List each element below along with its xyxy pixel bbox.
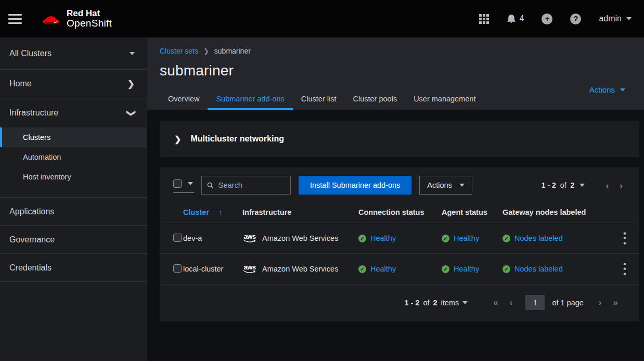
submariner-table-card: Install Submariner add-ons Actions 1 - 2… bbox=[160, 167, 639, 321]
connection-status-link[interactable]: Healthy bbox=[370, 234, 396, 242]
tab-cluster-pools[interactable]: Cluster pools bbox=[345, 89, 406, 110]
bulk-select-dropdown[interactable] bbox=[173, 177, 194, 193]
search-input[interactable] bbox=[218, 181, 285, 189]
current-page-input[interactable] bbox=[525, 295, 545, 310]
sort-ascending-icon: ↑ bbox=[218, 208, 222, 216]
user-name: admin bbox=[599, 14, 622, 23]
submariner-addons-table: Cluster↑ Infrastructure Connection statu… bbox=[160, 202, 639, 285]
agent-status-link[interactable]: Healthy bbox=[454, 234, 479, 242]
multicluster-networking-section[interactable]: ❯ Multicluster networking bbox=[160, 121, 639, 157]
table-actions-dropdown[interactable]: Actions bbox=[419, 176, 472, 195]
sidebar-item-label: Home bbox=[9, 79, 32, 88]
table-row: local-cluster aws bbox=[160, 254, 639, 285]
sidebar-item-label: Credentials bbox=[9, 263, 51, 273]
prev-page-button[interactable]: ‹ bbox=[506, 298, 517, 308]
sidebar-item-home[interactable]: Home ❯ bbox=[0, 70, 147, 98]
bottom-pagination: 1 - 2 of 2 items « ‹ of 1 page › » bbox=[160, 285, 639, 321]
aws-icon: aws bbox=[242, 264, 257, 274]
last-page-button[interactable]: » bbox=[610, 298, 622, 308]
sidebar: All Clusters Home ❯ Infrastructure ❯ Clu… bbox=[0, 37, 147, 361]
tab-label: Cluster list bbox=[301, 95, 337, 103]
cluster-switcher[interactable]: All Clusters bbox=[0, 37, 147, 70]
nav-toggle-icon[interactable] bbox=[8, 14, 22, 24]
tab-label: Cluster pools bbox=[353, 95, 397, 103]
red-hat-icon bbox=[41, 11, 61, 27]
masthead: Red Hat OpenShift 4 + ? admin bbox=[0, 0, 644, 37]
chevron-down-icon bbox=[620, 88, 625, 92]
column-label: Cluster bbox=[183, 208, 209, 216]
install-submariner-button[interactable]: Install Submariner add-ons bbox=[299, 176, 411, 195]
tab-user-management[interactable]: User management bbox=[405, 89, 484, 110]
next-page-button[interactable]: › bbox=[616, 180, 626, 190]
sidebar-item-label: Automation bbox=[23, 153, 61, 161]
column-header-agent-status[interactable]: Agent status bbox=[442, 202, 503, 223]
table-toolbar: Install Submariner add-ons Actions 1 - 2… bbox=[160, 167, 639, 202]
column-header-cluster[interactable]: Cluster↑ bbox=[183, 202, 242, 223]
user-menu[interactable]: admin bbox=[599, 14, 632, 23]
table-row: dev-a aws bbox=[160, 223, 639, 254]
page-actions-dropdown[interactable]: Actions bbox=[589, 85, 625, 94]
items-per-page-toggle[interactable]: 1 - 2 of 2 items bbox=[404, 299, 468, 307]
page-header: Cluster sets ❯ submariner submariner Ove… bbox=[147, 37, 644, 110]
aws-icon: aws bbox=[242, 234, 257, 243]
bell-icon bbox=[507, 14, 516, 24]
pagination-items-word: items bbox=[441, 299, 459, 307]
success-check-icon: ✓ bbox=[358, 235, 366, 242]
pagination-total: 2 bbox=[433, 299, 437, 307]
tab-label: Submariner add-ons bbox=[216, 95, 284, 103]
sidebar-item-clusters[interactable]: Clusters bbox=[0, 127, 147, 147]
bulk-select-checkbox[interactable] bbox=[173, 179, 182, 188]
brand-logo: Red Hat OpenShift bbox=[41, 9, 112, 29]
breadcrumb: Cluster sets ❯ submariner bbox=[160, 47, 627, 55]
tab-bar: Overview Submariner add-ons Cluster list… bbox=[160, 89, 484, 110]
breadcrumb-cluster-sets-link[interactable]: Cluster sets bbox=[160, 47, 198, 55]
row-kebab-menu[interactable]: ••• bbox=[614, 262, 635, 276]
breadcrumb-current: submariner bbox=[214, 47, 251, 55]
pagination-options-toggle[interactable] bbox=[579, 184, 585, 187]
brand-line1: Red Hat bbox=[67, 9, 112, 18]
row-kebab-menu[interactable]: ••• bbox=[614, 231, 635, 246]
gateway-nodes-link[interactable]: Nodes labeled bbox=[514, 265, 563, 273]
first-page-button[interactable]: « bbox=[490, 298, 501, 308]
sidebar-item-applications[interactable]: Applications bbox=[0, 198, 147, 226]
sidebar-item-governance[interactable]: Governance bbox=[0, 226, 147, 254]
column-header-connection-status[interactable]: Connection status bbox=[358, 202, 442, 223]
column-header-infrastructure[interactable]: Infrastructure bbox=[242, 202, 358, 223]
success-check-icon: ✓ bbox=[503, 265, 510, 273]
notifications-button[interactable]: 4 bbox=[507, 14, 524, 24]
expandable-section-title: Multicluster networking bbox=[190, 134, 284, 144]
prev-page-button[interactable]: ‹ bbox=[602, 180, 612, 190]
table-header-row: Cluster↑ Infrastructure Connection statu… bbox=[160, 202, 639, 223]
sidebar-item-credentials[interactable]: Credentials bbox=[0, 254, 147, 282]
gateway-nodes-link[interactable]: Nodes labeled bbox=[514, 234, 563, 242]
search-icon bbox=[207, 182, 214, 189]
chevron-right-icon: ❯ bbox=[127, 79, 135, 89]
sidebar-item-automation[interactable]: Automation bbox=[0, 147, 147, 167]
agent-status-link[interactable]: Healthy bbox=[454, 265, 479, 273]
row-checkbox[interactable] bbox=[173, 264, 182, 273]
column-header-gateway-nodes[interactable]: Gateway nodes labeled bbox=[503, 202, 614, 223]
pagination-total: 2 bbox=[571, 181, 575, 189]
sidebar-item-label: Infrastructure bbox=[9, 108, 58, 118]
sidebar-item-infrastructure[interactable]: Infrastructure ❯ bbox=[0, 98, 147, 127]
row-checkbox[interactable] bbox=[173, 234, 182, 242]
top-pagination: 1 - 2 of 2 ‹ › bbox=[542, 180, 631, 190]
chevron-right-icon: ❯ bbox=[174, 134, 181, 144]
tab-submariner-add-ons[interactable]: Submariner add-ons bbox=[208, 89, 292, 110]
help-button[interactable]: ? bbox=[570, 14, 581, 24]
app-launcher-icon[interactable] bbox=[479, 14, 489, 24]
chevron-down-icon bbox=[130, 52, 135, 55]
page-content: ❯ Multicluster networking bbox=[147, 110, 644, 361]
tab-overview[interactable]: Overview bbox=[160, 89, 208, 110]
next-page-button[interactable]: › bbox=[595, 298, 606, 308]
infrastructure-name: Amazon Web Services bbox=[262, 265, 338, 273]
sidebar-item-host-inventory[interactable]: Host inventory bbox=[0, 167, 147, 187]
chevron-down-icon bbox=[462, 301, 468, 304]
tab-cluster-list[interactable]: Cluster list bbox=[293, 89, 345, 110]
success-check-icon: ✓ bbox=[442, 235, 449, 242]
page-count-label: of 1 page bbox=[552, 299, 583, 307]
cluster-switcher-label: All Clusters bbox=[9, 49, 51, 58]
create-button[interactable]: + bbox=[542, 14, 552, 24]
pagination-range: 1 - 2 bbox=[404, 299, 419, 307]
connection-status-link[interactable]: Healthy bbox=[370, 265, 396, 273]
